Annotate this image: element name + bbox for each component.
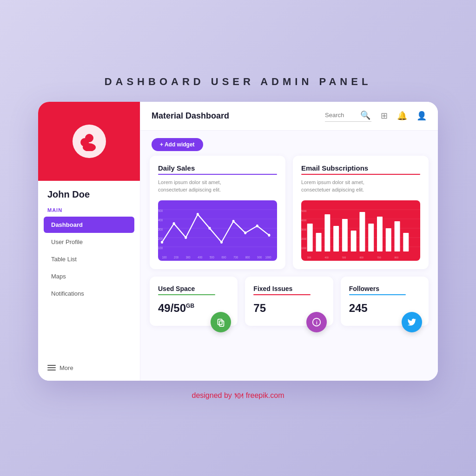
email-subscriptions-underline: [301, 174, 420, 175]
email-subscriptions-card: Email Subscriptions Lorem ipsum dolor si…: [293, 156, 429, 269]
daily-sales-desc: Lorem ipsum dolor sit amet,consectetuer …: [158, 178, 277, 194]
svg-text:3000: 3000: [301, 228, 306, 231]
content-area: Daily Sales Lorem ipsum dolor sit amet,c…: [140, 156, 438, 381]
used-space-underline: [158, 294, 215, 295]
daily-sales-card: Daily Sales Lorem ipsum dolor sit amet,c…: [150, 156, 285, 269]
svg-rect-43: [359, 212, 365, 251]
sidebar-item-maps[interactable]: Maps: [44, 268, 134, 284]
sidebar-avatar-area: ●: [38, 102, 140, 181]
charts-row: Daily Sales Lorem ipsum dolor sit amet,c…: [150, 156, 429, 269]
svg-text:2000: 2000: [301, 237, 306, 240]
stats-row: Used Space 49/50GB Fixed Issues 75: [150, 277, 429, 326]
sidebar-item-dashboard[interactable]: Dashboard: [44, 217, 134, 233]
svg-text:600: 600: [359, 256, 364, 258]
freepik-icon: 🍽: [235, 391, 243, 401]
svg-point-13: [232, 220, 235, 223]
svg-text:300: 300: [158, 227, 163, 231]
svg-text:700: 700: [233, 255, 238, 259]
svg-rect-60: [220, 321, 224, 326]
sidebar-more[interactable]: More: [38, 357, 140, 381]
svg-rect-40: [333, 226, 339, 251]
top-bar: Material Dashboard 🔍 ⊞ 🔔 👤: [140, 102, 438, 131]
svg-text:800: 800: [245, 255, 250, 259]
svg-text:i: i: [316, 320, 317, 325]
used-space-fab[interactable]: [211, 312, 231, 332]
svg-text:800: 800: [395, 256, 399, 258]
sidebar-item-table-list[interactable]: Table List: [44, 251, 134, 267]
svg-point-0: [85, 134, 93, 142]
svg-rect-44: [368, 224, 374, 251]
followers-underline: [349, 294, 406, 295]
footer-credit: designed by 🍽 freepik.com: [192, 391, 284, 401]
add-widget-button[interactable]: + Add widget: [152, 138, 203, 151]
svg-point-12: [220, 241, 223, 244]
search-input[interactable]: [325, 112, 357, 119]
svg-rect-39: [324, 214, 330, 251]
daily-sales-title: Daily Sales: [158, 164, 277, 172]
svg-text:300: 300: [307, 256, 311, 258]
main-content: Material Dashboard 🔍 ⊞ 🔔 👤 + Add widget …: [140, 102, 438, 381]
top-bar-right: 🔍 ⊞ 🔔 👤: [325, 110, 427, 122]
fixed-issues-fab[interactable]: i: [306, 312, 327, 332]
svg-text:500: 500: [210, 255, 214, 259]
svg-text:1000: 1000: [301, 246, 306, 249]
grid-icon[interactable]: ⊞: [381, 111, 388, 121]
bell-icon[interactable]: 🔔: [397, 111, 407, 121]
svg-point-10: [197, 213, 199, 216]
svg-point-11: [208, 227, 211, 230]
svg-rect-42: [351, 231, 357, 251]
svg-text:900: 900: [257, 255, 262, 259]
sidebar-nav: Dashboard User Profile Table List Maps N…: [38, 217, 140, 302]
fixed-issues-card: Fixed Issues 75 i: [245, 277, 333, 326]
hamburger-icon: [47, 365, 56, 370]
svg-rect-46: [386, 228, 391, 251]
avatar: ●: [73, 125, 106, 158]
footer-text: designed by: [192, 391, 232, 400]
svg-text:100: 100: [162, 255, 167, 259]
sidebar-item-notifications[interactable]: Notifications: [44, 285, 134, 302]
svg-text:400: 400: [198, 255, 202, 259]
svg-rect-61: [218, 319, 222, 324]
svg-text:4000: 4000: [301, 218, 306, 221]
sidebar: ● John Doe MAIN Dashboard User Profile T…: [38, 102, 140, 381]
followers-title: Followers: [349, 285, 420, 292]
daily-sales-underline: [158, 174, 277, 175]
more-label: More: [60, 364, 73, 371]
email-subscriptions-desc: Lorem ipsum dolor sit amet,consectetuer …: [301, 178, 420, 194]
sidebar-item-user-profile[interactable]: User Profile: [44, 234, 134, 250]
svg-rect-41: [342, 219, 348, 251]
followers-fab[interactable]: [402, 312, 422, 332]
svg-rect-45: [377, 217, 383, 251]
dashboard-panel: ● John Doe MAIN Dashboard User Profile T…: [38, 102, 438, 381]
user-icon: ●: [79, 132, 99, 151]
footer-site: freepik.com: [246, 391, 284, 400]
svg-text:400: 400: [324, 256, 329, 258]
svg-text:400: 400: [158, 218, 163, 222]
svg-rect-48: [403, 233, 409, 251]
search-icon: 🔍: [360, 110, 370, 120]
svg-text:5000: 5000: [301, 209, 306, 212]
search-bar[interactable]: 🔍: [325, 110, 371, 122]
svg-rect-38: [316, 233, 322, 251]
svg-text:600: 600: [222, 255, 226, 259]
svg-point-1: [83, 143, 96, 151]
fixed-issues-title: Fixed Issues: [253, 285, 324, 292]
used-space-title: Used Space: [158, 285, 229, 292]
svg-text:100: 100: [158, 246, 163, 250]
dashboard-title: Material Dashboard: [152, 111, 229, 121]
used-space-card: Used Space 49/50GB: [150, 277, 238, 326]
used-space-unit: GB: [186, 303, 194, 309]
svg-text:300: 300: [186, 255, 191, 259]
followers-card: Followers 245: [341, 277, 429, 326]
svg-text:1000: 1000: [265, 255, 271, 259]
svg-point-9: [185, 236, 187, 239]
user-name: John Doe: [38, 181, 140, 202]
fixed-issues-underline: [253, 294, 311, 295]
email-subscriptions-title: Email Subscriptions: [301, 164, 420, 172]
svg-point-7: [161, 241, 163, 244]
svg-text:700: 700: [377, 256, 381, 258]
svg-rect-37: [307, 224, 313, 251]
sidebar-section-label: MAIN: [38, 202, 140, 217]
user-account-icon[interactable]: 👤: [416, 111, 427, 121]
bar-chart-area: 300 400 500 600 700 800 1000 2000 3000 4…: [301, 200, 420, 261]
